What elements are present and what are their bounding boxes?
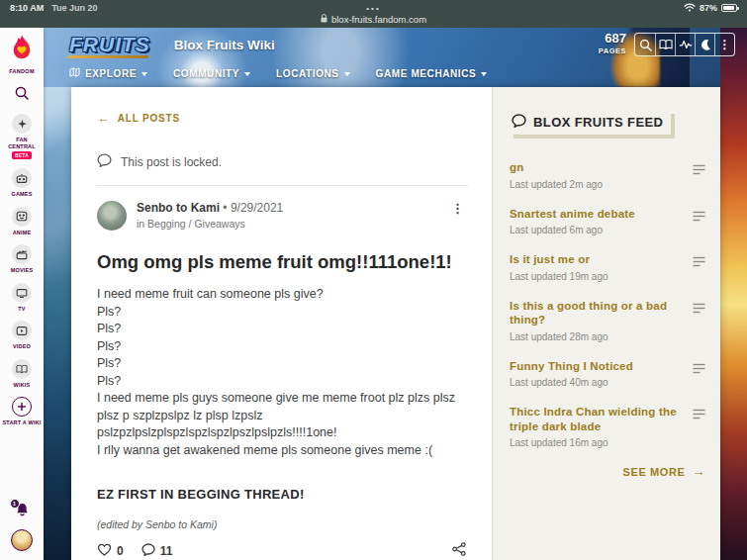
- feed-item-updated: Last updated 6m ago: [510, 225, 683, 235]
- all-posts-back-link[interactable]: ← ALL POSTS: [97, 112, 180, 125]
- kebab-icon: ⋮: [719, 39, 731, 50]
- like-button[interactable]: 0: [97, 543, 124, 559]
- feed-item[interactable]: gn Last updated 2m ago: [510, 160, 705, 190]
- sidebar-item-movies[interactable]: MOVIES: [11, 244, 34, 274]
- sidebar-item-anime[interactable]: ANIME: [12, 207, 32, 236]
- feed-item-title: Funny Thing I Noticed: [510, 359, 683, 374]
- meta-separator: •: [223, 201, 227, 215]
- nav-community[interactable]: COMMUNITY: [173, 68, 250, 79]
- wiki-header: FRUITS Blox Fruits Wiki 687 PAGES: [44, 28, 747, 87]
- post-header: Senbo to Kami • 9/29/2021 in Begging / G…: [97, 201, 468, 231]
- page-count-label: PAGES: [599, 47, 626, 55]
- like-count: 0: [117, 544, 124, 558]
- post-lines-icon: [693, 300, 705, 318]
- nav-label: COMMUNITY: [173, 68, 239, 79]
- address-url: blox-fruits.fandom.com: [331, 14, 426, 25]
- feed-item-title: Is this a good thing or a bad thing?: [510, 299, 683, 327]
- background-fire-art: [720, 28, 747, 560]
- post-paragraph: Pls?: [97, 373, 468, 391]
- address-bar[interactable]: blox-fruits.fandom.com: [0, 14, 747, 25]
- locked-notice-text: This post is locked.: [121, 155, 222, 169]
- feed-item[interactable]: Thicc Indra Chan wielding the triple dar…: [510, 405, 705, 448]
- post-date: 9/29/2021: [231, 201, 283, 215]
- sidebar-item-games[interactable]: GAMES: [11, 168, 32, 198]
- sidebar-item-label: MOVIES: [11, 267, 34, 274]
- status-bar: ••• 8:10 AM Tue Jun 20 87% blox-fruits.f…: [0, 0, 747, 28]
- feed-panel: BLOX FRUITS FEED gn Last updated 2m ago …: [492, 87, 720, 560]
- screen: ••• 8:10 AM Tue Jun 20 87% blox-fruits.f…: [0, 0, 747, 560]
- feed-list: gn Last updated 2m ago Snartest anime de…: [510, 160, 705, 448]
- chevron-down-icon: [244, 72, 250, 76]
- map-icon: [69, 67, 80, 79]
- header-more-menu[interactable]: ⋮: [714, 34, 734, 55]
- post-paragraph: I rlly wanna get awakened meme pls someo…: [97, 442, 468, 460]
- search-icon[interactable]: [635, 34, 655, 55]
- post-lines-icon: [693, 161, 705, 179]
- sidebar-item-wikis[interactable]: WIKIS: [12, 359, 32, 389]
- post-paragraph: Pls?: [97, 321, 468, 338]
- chevron-down-icon: [141, 72, 147, 76]
- feed-item[interactable]: Funny Thing I Noticed Last updated 40m a…: [510, 359, 705, 389]
- wiki-site-name[interactable]: Blox Fruits Wiki: [174, 38, 275, 52]
- arrow-left-icon: ←: [97, 112, 111, 125]
- sidebar-item-label: TV: [18, 306, 25, 313]
- wiki-logo[interactable]: FRUITS: [69, 33, 150, 56]
- notifications-button[interactable]: 1: [15, 503, 30, 521]
- feed-item-title: gn: [510, 160, 683, 175]
- post-lines-icon: [693, 208, 705, 226]
- nav-game-mechanics[interactable]: GAME MECHANICS: [376, 68, 488, 79]
- comment-count: 11: [160, 544, 173, 558]
- beta-badge: BETA: [12, 151, 33, 159]
- post-paragraph: Pls?: [97, 304, 468, 322]
- fan-central-icon: [12, 114, 32, 134]
- sidebar-item-video[interactable]: VIDEO: [12, 321, 32, 350]
- wiki-book-icon[interactable]: [655, 34, 675, 55]
- tab-overview-dots[interactable]: •••: [0, 4, 747, 13]
- author-avatar[interactable]: [97, 201, 127, 231]
- post-paragraph: I need meme pls guys someone give me mem…: [97, 390, 468, 442]
- arrow-right-icon: →: [692, 465, 705, 478]
- feed-item-title: Snartest anime debate: [510, 207, 683, 222]
- post-panel: ← ALL POSTS This post is locked. Senbo t…: [71, 87, 492, 560]
- fandom-brand-label: FANDOM: [9, 68, 35, 74]
- feed-item[interactable]: Is this a good thing or a bad thing? Las…: [510, 299, 705, 342]
- sidebar-search-icon[interactable]: [14, 85, 30, 105]
- share-button[interactable]: [452, 542, 466, 559]
- sidebar-item-fan-central[interactable]: FAN CENTRAL BETA: [2, 114, 42, 159]
- feed-title: BLOX FRUITS FEED: [533, 115, 663, 130]
- back-link-label: ALL POSTS: [118, 113, 180, 124]
- author-name[interactable]: Senbo to Kami: [137, 201, 220, 215]
- sidebar-item-tv[interactable]: TV: [12, 283, 32, 313]
- user-avatar[interactable]: [11, 529, 33, 551]
- sidebar-item-label: FAN CENTRAL: [2, 137, 42, 149]
- post-lines-icon: [693, 360, 705, 378]
- feed-item-title: Is it just me or: [510, 252, 683, 267]
- see-more-link[interactable]: SEE MORE →: [510, 465, 705, 478]
- sidebar-item-label: WIKIS: [14, 382, 31, 389]
- activity-pulse-icon[interactable]: [675, 34, 695, 55]
- battery-icon: [721, 4, 737, 12]
- feed-bubble-icon: [512, 114, 526, 131]
- dark-mode-moon-icon[interactable]: [695, 34, 714, 55]
- feed-item[interactable]: Is it just me or Last updated 19m ago: [510, 252, 705, 282]
- tv-icon: [12, 283, 32, 303]
- edited-note: (edited by Senbo to Kami): [97, 518, 468, 530]
- speech-bubble-icon: [97, 153, 112, 170]
- fandom-flame-logo-icon[interactable]: [9, 35, 35, 66]
- notification-badge: 1: [10, 499, 20, 509]
- nav-explore[interactable]: EXPLORE: [69, 67, 147, 79]
- comments-button[interactable]: 11: [141, 543, 173, 559]
- feed-item[interactable]: Snartest anime debate Last updated 6m ag…: [510, 207, 705, 236]
- post-paragraph: Pls?: [97, 355, 468, 373]
- feed-item-updated: Last updated 16m ago: [510, 437, 683, 448]
- comment-bubble-icon: [141, 543, 155, 559]
- sidebar-item-label: ANIME: [13, 230, 32, 236]
- plus-icon: [12, 397, 32, 417]
- background-left-art: [44, 87, 71, 560]
- post-more-menu[interactable]: ⋮: [447, 201, 468, 216]
- feed-item-updated: Last updated 19m ago: [510, 271, 683, 282]
- post-lines-icon: [693, 406, 705, 423]
- post-category[interactable]: in Begging / Giveaways: [137, 218, 283, 230]
- sidebar-item-start-a-wiki[interactable]: START A WIKI: [2, 397, 41, 426]
- nav-locations[interactable]: LOCATIONS: [276, 68, 350, 79]
